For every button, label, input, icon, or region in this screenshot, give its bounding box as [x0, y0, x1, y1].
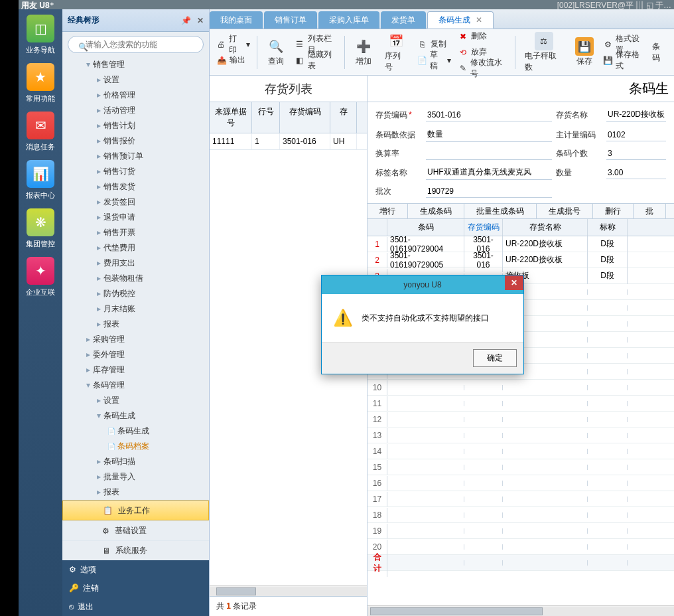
inv-col-header[interactable]: 来源单据号	[210, 102, 252, 133]
grid-row[interactable]: 19	[368, 523, 674, 539]
grid-row[interactable]: 14	[368, 443, 674, 459]
grid-row[interactable]: 12	[368, 412, 674, 427]
tree-node[interactable]: ▾条码生成	[70, 408, 206, 424]
tree-node[interactable]: ▾销售管理	[70, 57, 206, 72]
grid-col-header[interactable]: 条码	[387, 219, 464, 236]
save-button[interactable]: 💾保存	[570, 35, 599, 70]
draft-button[interactable]: 📄草稿 ▾	[415, 53, 454, 68]
tree-node[interactable]: ▸销售报价	[70, 133, 206, 149]
tree-node[interactable]: ▸销售开票	[70, 225, 206, 240]
seq-button[interactable]: 📅序列号	[379, 29, 413, 76]
print-button[interactable]: 🖨打印 ▾	[214, 37, 253, 52]
tree-node[interactable]: ▸采购管理	[70, 332, 206, 347]
val-batch[interactable]: 190729	[426, 185, 552, 198]
add-button[interactable]: ➕增加	[349, 35, 378, 70]
tree-node[interactable]: ▸包装物租借	[70, 271, 206, 286]
tree-footer-item[interactable]: 🖥系统服务	[62, 540, 209, 560]
tab-close-icon[interactable]: ✕	[476, 15, 482, 25]
barset-button[interactable]: 条码	[649, 45, 670, 60]
tree-footer-item[interactable]: ⚙基础设置	[62, 520, 209, 540]
tree-node[interactable]: ▸销售发货	[70, 179, 206, 194]
tree-node[interactable]: ▸退货申请	[70, 210, 206, 225]
grid-col-header[interactable]: 存货名称	[503, 219, 588, 236]
tab[interactable]: 我的桌面	[210, 11, 263, 29]
rail-item[interactable]: ✉ 消息任务	[21, 110, 60, 156]
tree-node[interactable]: ▸报表	[70, 317, 206, 332]
grid-tool-button[interactable]: 批量生成条码	[464, 204, 537, 218]
query-button[interactable]: 🔍查询	[261, 35, 291, 70]
escale-button[interactable]: ⚖电子秤取数	[519, 29, 568, 76]
inv-hscroll[interactable]	[210, 585, 367, 596]
grid-row[interactable]: 10	[368, 380, 674, 396]
inv-col-header[interactable]: 存货编码	[280, 102, 330, 133]
tree-node[interactable]: ▸价格管理	[70, 88, 206, 103]
grid-row[interactable]: 18	[368, 507, 674, 523]
delete-button[interactable]: ✖删除	[455, 29, 511, 44]
val-basis[interactable]: 数量	[426, 127, 552, 142]
tree-node[interactable]: ▸报表	[70, 485, 206, 500]
grid-tool-button[interactable]: 增行	[368, 204, 408, 218]
grid-row[interactable]: 13	[368, 427, 674, 443]
grid-row[interactable]: 23501-016190729005 3501-016UR-220D接收板D段	[368, 252, 674, 268]
grid-col-header[interactable]: 标称	[588, 219, 628, 236]
rail-item[interactable]: ★ 常用功能	[21, 62, 60, 108]
grid-tool-button[interactable]: 批	[634, 204, 666, 218]
tree-node[interactable]: ▸销售订货	[70, 164, 206, 179]
tree-node[interactable]: ▸活动管理	[70, 103, 206, 118]
tree-node[interactable]: ▸防伪税控	[70, 286, 206, 301]
bottom-action[interactable]: ⚙选项	[62, 560, 209, 579]
val-tagname[interactable]: UHF双通道真分集无线麦克风	[426, 165, 552, 180]
tree-node[interactable]: ▸设置	[70, 393, 206, 408]
inv-col-header[interactable]: 存	[330, 102, 357, 133]
pin-icon[interactable]: 📌	[181, 16, 191, 25]
savefmt-button[interactable]: 💾保存格式	[600, 53, 649, 68]
tree-node[interactable]: ▸销售预订单	[70, 149, 206, 164]
tree-node[interactable]: ▸发货签回	[70, 194, 206, 210]
tree-node[interactable]: ▸费用支出	[70, 256, 206, 271]
tree-node[interactable]: ▸委外管理	[70, 347, 206, 362]
tree-node[interactable]: ▸代垫费用	[70, 240, 206, 256]
rail-item[interactable]: 📊 报表中心	[21, 159, 60, 204]
grid-tool-button[interactable]: 删行	[593, 204, 634, 218]
tree-node[interactable]: ▾条码管理	[70, 378, 206, 393]
tree-footer-item[interactable]: 📋业务工作	[62, 501, 209, 520]
tree-node[interactable]: 条码档案	[70, 439, 206, 454]
tab[interactable]: 销售订单	[264, 11, 317, 29]
bottom-action[interactable]: ⎋退出	[62, 597, 209, 616]
output-button[interactable]: 📤输出	[214, 53, 253, 68]
dialog-ok-button[interactable]: 确定	[473, 349, 517, 367]
tree-node[interactable]: ▸批量导入	[70, 469, 206, 485]
grid-tool-button[interactable]: 生成条码	[408, 204, 464, 218]
rail-item[interactable]: ◫ 业务导航	[21, 13, 60, 59]
grid-row[interactable]: 20	[368, 539, 674, 555]
inv-col-header[interactable]: 行号	[252, 102, 280, 133]
tree-node[interactable]: 条码生成	[70, 424, 206, 439]
grid-col-header[interactable]: 存货编码	[464, 219, 503, 236]
tree-node[interactable]: ▸库存管理	[70, 362, 206, 378]
tree-node[interactable]: ▸条码扫描	[70, 454, 206, 469]
dialog-close-button[interactable]: ✕	[505, 275, 523, 290]
grid-tool-button[interactable]: 生成批号	[537, 204, 593, 218]
tab[interactable]: 条码生成✕	[427, 11, 494, 29]
grid-row[interactable]: 16	[368, 475, 674, 491]
rail-item[interactable]: ✦ 企业互联	[21, 256, 60, 301]
grid-col-header[interactable]	[368, 219, 387, 236]
rail-item[interactable]: ❋ 集团管控	[21, 207, 60, 253]
bottom-action[interactable]: 🔑注销	[62, 579, 209, 597]
val-invcode[interactable]: 3501-016	[426, 109, 552, 121]
hidecol-button[interactable]: ◧隐藏列表	[292, 53, 340, 68]
grid-row[interactable]: 11	[368, 396, 674, 412]
inv-row[interactable]: 1111113501-016UH	[210, 133, 367, 150]
tab[interactable]: 发货单	[381, 11, 426, 29]
val-count[interactable]: 3	[606, 147, 666, 160]
tree-node[interactable]: ▸销售计划	[70, 118, 206, 133]
modserial-button[interactable]: ✎修改流水号	[455, 61, 511, 76]
grid-row[interactable]: 15	[368, 459, 674, 475]
tree-node[interactable]: ▸月末结账	[70, 301, 206, 317]
tab[interactable]: 采购入库单	[318, 11, 379, 29]
tree-node[interactable]: ▸设置	[70, 72, 206, 88]
detail-hscroll[interactable]	[368, 605, 674, 616]
close-icon[interactable]: ✕	[197, 16, 204, 25]
val-qty[interactable]: 3.00	[606, 167, 666, 179]
grid-row[interactable]: 17	[368, 491, 674, 507]
